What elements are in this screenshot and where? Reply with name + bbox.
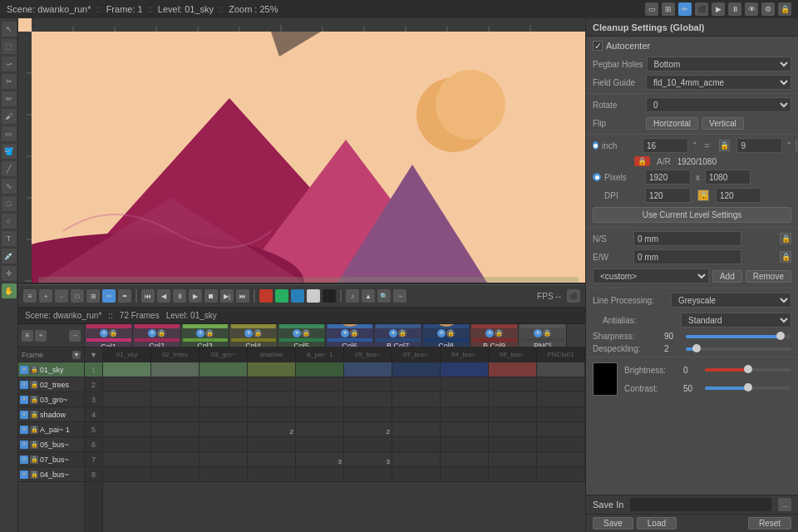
tl-blue-icon[interactable]: [291, 289, 304, 303]
layer7-lock[interactable]: 🔒: [30, 456, 38, 464]
add-button[interactable]: Add: [712, 270, 742, 283]
col-header-col2[interactable]: 👁 🔒 Col2 Table: [133, 324, 181, 347]
tl-pen-icon[interactable]: ✏: [102, 289, 116, 303]
pause-icon[interactable]: ⏸: [728, 2, 741, 16]
tool-cut[interactable]: ✂: [2, 74, 17, 89]
tl-delete-icon[interactable]: -: [55, 289, 68, 303]
pncl-eye-icon[interactable]: 👁: [534, 329, 542, 337]
dpi-lock[interactable]: 🔒: [697, 190, 709, 201]
layer7-eye[interactable]: 👁: [20, 456, 28, 464]
layer8-lock[interactable]: 🔒: [30, 470, 38, 479]
contrast-thumb[interactable]: [744, 383, 752, 392]
col-header-col9[interactable]: 👁 🔒 B Col9 Peg2: [470, 324, 519, 347]
sharpness-thumb[interactable]: [776, 332, 785, 340]
col-layers-icon[interactable]: ≡: [22, 330, 33, 342]
tool-curve[interactable]: ∿: [2, 179, 17, 194]
ew-input[interactable]: [633, 249, 741, 264]
load-button[interactable]: Load: [637, 517, 677, 530]
tl-skip-start-icon[interactable]: ⏮: [141, 289, 155, 303]
tool-text[interactable]: T: [2, 231, 17, 246]
layer4-lock[interactable]: 🔒: [30, 411, 38, 419]
tool-line[interactable]: ╱: [2, 161, 17, 176]
tool-move[interactable]: ✛: [2, 266, 17, 281]
antialias-select[interactable]: Standard: [681, 313, 791, 328]
save-in-browse-icon[interactable]: ...: [778, 498, 791, 511]
layer1-eye[interactable]: 👁: [20, 366, 28, 374]
tool-ellipse[interactable]: ○: [2, 214, 17, 229]
layer1-lock[interactable]: 🔒: [30, 366, 38, 374]
flip-v-button[interactable]: Vertical: [702, 117, 744, 130]
sharpness-track[interactable]: [686, 335, 791, 338]
tl-camera-icon[interactable]: □: [71, 289, 84, 303]
col-header-col1[interactable]: 👁 🔒 Col1 Table: [85, 324, 133, 347]
layer6-eye[interactable]: 👁: [20, 441, 28, 449]
tl-chart-icon[interactable]: ▲: [362, 289, 375, 303]
rotate-select[interactable]: 0: [646, 97, 791, 112]
inch-radio[interactable]: [593, 141, 598, 150]
pixel-h-input[interactable]: [705, 170, 751, 185]
use-current-button[interactable]: Use Current Level Settings: [593, 207, 791, 223]
layer8-eye[interactable]: 👁: [20, 470, 28, 479]
ew-lock[interactable]: 🔒: [780, 251, 791, 263]
layer5-eye[interactable]: 👁: [20, 426, 28, 434]
col-arrow-icon[interactable]: →: [69, 330, 81, 342]
col-header-col8[interactable]: 👁 🔒 Col8 Peg2: [422, 324, 470, 347]
col-header-col6[interactable]: 👁 🔒 Col6 Peg1: [326, 324, 374, 347]
layer2-eye[interactable]: 👁: [20, 381, 28, 389]
tl-pencil2-icon[interactable]: ✒: [118, 289, 131, 303]
line-processing-select[interactable]: Greyscale: [671, 293, 791, 308]
tool-lasso[interactable]: ⤻: [2, 57, 17, 71]
col7-lock-icon[interactable]: 🔒: [398, 329, 406, 337]
tl-white-icon[interactable]: [307, 289, 320, 303]
dim-lock-top[interactable]: 🔒: [719, 140, 730, 151]
tl-layers-icon[interactable]: ≡: [23, 289, 37, 303]
tl-grid-icon[interactable]: ⊞: [86, 289, 100, 303]
ns-lock[interactable]: 🔒: [780, 233, 791, 244]
layer3-lock[interactable]: 🔒: [30, 396, 38, 404]
col3-eye-icon[interactable]: 👁: [196, 329, 204, 337]
tl-export-icon[interactable]: →: [393, 289, 406, 303]
col-header-col4[interactable]: 👁 🔒 Col4 Table: [229, 324, 278, 347]
custom-select[interactable]: <custom>: [593, 268, 709, 283]
tool-eyedrop[interactable]: 💉: [2, 249, 17, 264]
tl-green-icon[interactable]: [275, 289, 288, 303]
tl-prev-icon[interactable]: ◀: [157, 289, 170, 303]
col-header-col3[interactable]: 👁 🔒 Col3 Table: [181, 324, 229, 347]
col9-lock-icon[interactable]: 🔒: [495, 329, 503, 337]
tl-play-icon[interactable]: ▶: [189, 289, 202, 303]
layer3-eye[interactable]: 👁: [20, 396, 28, 404]
grid-icon[interactable]: ⊞: [662, 2, 675, 16]
save-button[interactable]: Save: [593, 517, 633, 530]
layer5-lock[interactable]: 🔒: [30, 426, 38, 434]
reset-button[interactable]: Reset: [748, 517, 791, 530]
tl-misc-icon[interactable]: ⬛: [567, 289, 580, 303]
layer4-eye[interactable]: 👁: [20, 411, 28, 419]
tool-select[interactable]: ⬚: [2, 39, 17, 54]
tl-new-icon[interactable]: +: [39, 289, 52, 303]
col4-eye-icon[interactable]: 👁: [244, 329, 253, 337]
pixels-radio[interactable]: [593, 173, 601, 181]
tool-pencil[interactable]: ✏: [2, 91, 17, 106]
dpi-input[interactable]: [645, 188, 691, 203]
ar-badge[interactable]: 🔒: [634, 156, 650, 166]
tool-fill[interactable]: 🪣: [2, 144, 17, 159]
pen-icon[interactable]: ✏: [678, 2, 692, 16]
remove-button[interactable]: Remove: [746, 270, 791, 283]
contrast-track[interactable]: [705, 387, 791, 390]
col2-lock-icon[interactable]: 🔒: [157, 329, 165, 337]
col4-lock-icon[interactable]: 🔒: [254, 329, 262, 337]
tool-rect[interactable]: □: [2, 196, 17, 211]
tl-black-icon[interactable]: [323, 289, 336, 303]
col7-eye-icon[interactable]: 👁: [389, 329, 397, 337]
flip-h-button[interactable]: Horizontal: [646, 117, 698, 130]
col-add-icon[interactable]: +: [35, 330, 47, 342]
layer6-lock[interactable]: 🔒: [30, 441, 38, 449]
frame-sort-icon[interactable]: ▼: [72, 351, 81, 359]
col-header-pncl[interactable]: 👁 🔒 PNCl Table: [519, 324, 567, 347]
pegbar-select[interactable]: Bottom: [647, 57, 791, 71]
eye-icon[interactable]: 👁: [745, 2, 758, 16]
width-input[interactable]: [643, 138, 688, 153]
height-input[interactable]: [736, 138, 782, 153]
col1-lock-icon[interactable]: 🔒: [109, 329, 117, 337]
brightness-thumb[interactable]: [744, 365, 752, 373]
